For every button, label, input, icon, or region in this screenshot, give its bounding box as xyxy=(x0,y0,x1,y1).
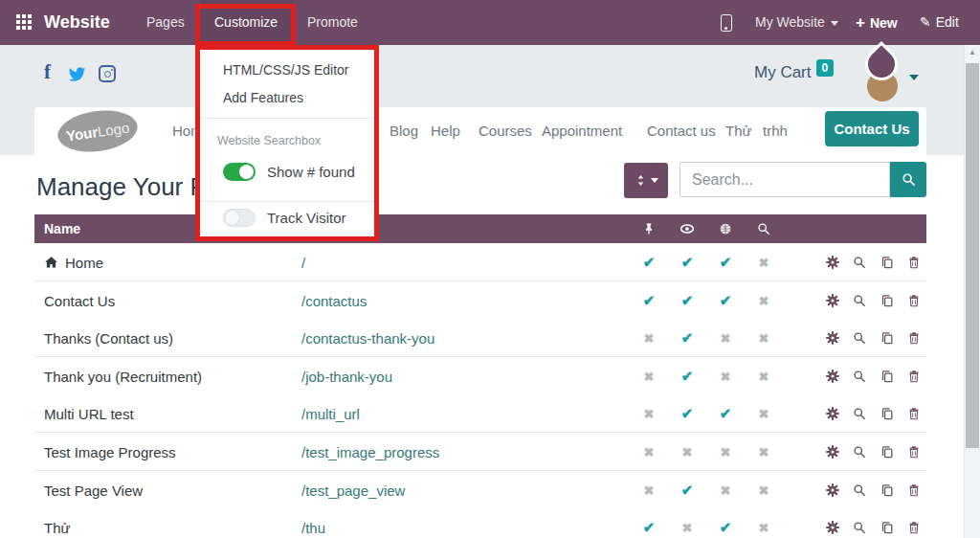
globe-flag[interactable]: ✔ xyxy=(720,405,732,422)
preview-magnifier-icon[interactable] xyxy=(853,370,866,383)
my-cart-link[interactable]: My Cart0 xyxy=(754,63,834,82)
scroll-thumb[interactable] xyxy=(966,63,979,448)
user-avatar[interactable] xyxy=(858,42,908,103)
instagram-icon[interactable] xyxy=(99,65,116,82)
page-url[interactable]: /contactus xyxy=(301,292,367,308)
search-input[interactable] xyxy=(679,162,890,197)
page-url[interactable]: /thu xyxy=(301,519,325,535)
globe-flag[interactable]: ✖ xyxy=(721,369,731,383)
eye-flag[interactable]: ✔ xyxy=(681,329,694,347)
search-flag[interactable]: ✖ xyxy=(759,520,769,534)
search-flag[interactable]: ✖ xyxy=(759,255,769,269)
pin-flag[interactable]: ✖ xyxy=(644,406,655,420)
scroll-up-icon[interactable]: ▲ xyxy=(965,48,980,56)
search-button[interactable] xyxy=(890,162,926,197)
delete-trash-icon[interactable] xyxy=(907,294,921,307)
pin-flag[interactable]: ✔ xyxy=(643,254,656,271)
page-url[interactable]: /test_page_view xyxy=(301,482,405,498)
page-url[interactable]: / xyxy=(301,254,305,270)
website-selector[interactable]: My Website xyxy=(755,0,838,45)
scrollbar[interactable]: ▲ xyxy=(964,45,980,538)
edit-button[interactable]: ✎Edit xyxy=(920,0,959,45)
contact-us-button[interactable]: Contact Us xyxy=(825,111,919,146)
search-flag[interactable]: ✖ xyxy=(759,482,769,497)
eye-flag[interactable]: ✔ xyxy=(681,292,694,309)
menu-pages[interactable]: Pages xyxy=(146,0,185,45)
toggle-switch-icon[interactable] xyxy=(223,163,256,181)
delete-trash-icon[interactable] xyxy=(907,331,921,345)
eye-flag[interactable]: ✔ xyxy=(681,254,694,271)
clone-copy-icon[interactable] xyxy=(880,520,895,534)
eye-flag[interactable]: ✖ xyxy=(682,520,693,534)
sort-button[interactable] xyxy=(624,163,668,198)
eye-flag[interactable]: ✖ xyxy=(682,444,693,459)
page-url[interactable]: /job-thank-you xyxy=(301,368,392,384)
pin-column-icon[interactable] xyxy=(643,223,656,235)
search-flag[interactable]: ✖ xyxy=(759,293,769,307)
page-url[interactable]: /contactus-thank-you xyxy=(301,329,434,346)
pin-flag[interactable]: ✖ xyxy=(644,444,655,459)
globe-flag[interactable]: ✔ xyxy=(720,254,732,271)
mobile-preview-icon[interactable] xyxy=(721,14,732,32)
search-flag[interactable]: ✖ xyxy=(759,406,769,420)
clone-copy-icon[interactable] xyxy=(880,406,895,420)
dropdown-item-add-features[interactable]: Add Features xyxy=(223,90,303,105)
delete-trash-icon[interactable] xyxy=(907,483,921,497)
facebook-icon[interactable]: f xyxy=(44,60,51,84)
page-url[interactable]: /multi_url xyxy=(301,405,360,421)
eye-flag[interactable]: ✔ xyxy=(681,368,694,385)
preview-magnifier-icon[interactable] xyxy=(853,521,866,534)
delete-trash-icon[interactable] xyxy=(907,521,921,534)
pin-flag[interactable]: ✔ xyxy=(643,292,656,309)
globe-flag[interactable]: ✔ xyxy=(720,519,732,536)
globe-flag[interactable]: ✖ xyxy=(721,482,731,497)
clone-copy-icon[interactable] xyxy=(880,369,895,383)
settings-gear-icon[interactable] xyxy=(825,520,840,535)
settings-gear-icon[interactable] xyxy=(825,330,840,346)
globe-column-icon[interactable] xyxy=(719,222,732,235)
settings-gear-icon[interactable] xyxy=(825,255,840,270)
nav-link-trhh[interactable]: trhh xyxy=(763,123,788,139)
nav-link-help[interactable]: Help xyxy=(431,123,460,139)
preview-magnifier-icon[interactable] xyxy=(853,331,866,345)
new-button[interactable]: +New xyxy=(856,0,898,45)
pin-flag[interactable]: ✖ xyxy=(644,369,655,383)
nav-link-blog[interactable]: Blog xyxy=(390,123,418,139)
settings-gear-icon[interactable] xyxy=(825,444,840,460)
clone-copy-icon[interactable] xyxy=(880,330,895,345)
toggle-show-found[interactable]: Show # found xyxy=(223,163,355,181)
toggle-track-visitor[interactable]: Track Visitor xyxy=(223,209,346,227)
avatar-caret-icon[interactable] xyxy=(909,75,919,80)
pin-flag[interactable]: ✖ xyxy=(644,482,655,497)
settings-gear-icon[interactable] xyxy=(825,369,840,384)
eye-column-icon[interactable] xyxy=(679,221,696,237)
preview-magnifier-icon[interactable] xyxy=(853,294,866,307)
pin-flag[interactable]: ✖ xyxy=(644,330,655,345)
menu-promote[interactable]: Promote xyxy=(307,0,358,45)
delete-trash-icon[interactable] xyxy=(907,370,921,383)
toggle-switch-icon[interactable] xyxy=(223,209,256,227)
search-column-icon[interactable] xyxy=(757,222,770,235)
clone-copy-icon[interactable] xyxy=(880,255,895,269)
search-flag[interactable]: ✖ xyxy=(759,444,769,459)
nav-link-courses[interactable]: Courses xyxy=(479,123,532,139)
clone-copy-icon[interactable] xyxy=(880,444,895,459)
search-flag[interactable]: ✖ xyxy=(759,330,769,345)
settings-gear-icon[interactable] xyxy=(825,482,840,498)
globe-flag[interactable]: ✖ xyxy=(721,444,731,459)
search-flag[interactable]: ✖ xyxy=(759,369,769,383)
app-switcher-icon[interactable] xyxy=(16,14,32,30)
pin-flag[interactable]: ✔ xyxy=(643,519,656,536)
clone-copy-icon[interactable] xyxy=(880,293,895,307)
preview-magnifier-icon[interactable] xyxy=(853,407,866,420)
settings-gear-icon[interactable] xyxy=(825,293,840,308)
globe-flag[interactable]: ✖ xyxy=(721,330,731,345)
eye-flag[interactable]: ✔ xyxy=(681,482,694,499)
nav-link-thử[interactable]: Thử xyxy=(725,123,752,139)
preview-magnifier-icon[interactable] xyxy=(853,483,866,497)
delete-trash-icon[interactable] xyxy=(907,407,921,420)
clone-copy-icon[interactable] xyxy=(880,482,895,497)
nav-link-appointment[interactable]: Appointment xyxy=(542,123,622,139)
preview-magnifier-icon[interactable] xyxy=(853,445,866,459)
nav-link-contact-us[interactable]: Contact us xyxy=(647,123,716,139)
